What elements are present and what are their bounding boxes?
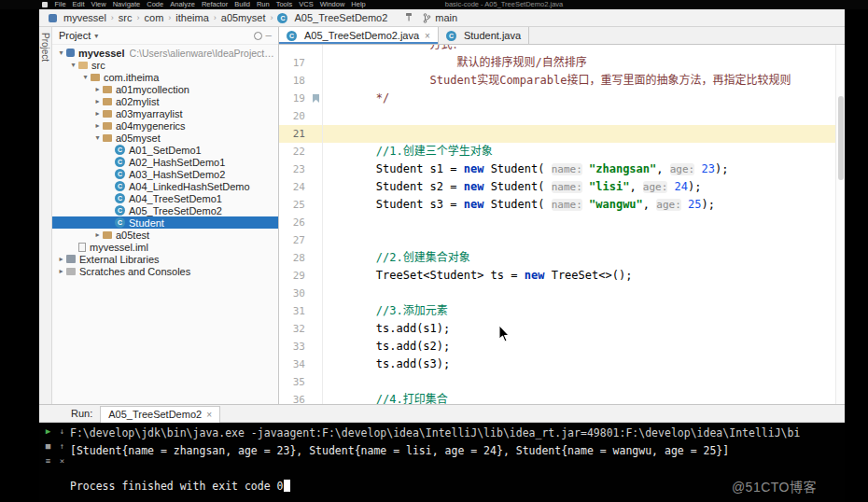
line-number-gutter[interactable] [279,45,311,54]
tree-item-a01-setdemo1[interactable]: CA01_SetDemo1 [52,144,278,156]
console-settings-icon[interactable]: ≡ [46,456,50,466]
tree-collapse-arrow-icon[interactable]: ▾ [92,133,103,142]
breadcrumb-item-a05myset[interactable]: a05myset [219,12,268,23]
tree-expand-arrow-icon[interactable]: ▸ [56,255,66,263]
scroll-down-icon[interactable]: ↓ [60,426,64,436]
line-number-gutter[interactable]: 34 [279,356,311,373]
menu-view[interactable]: View [88,0,109,9]
menu-navigate[interactable]: Navigate [109,0,144,9]
editor-line[interactable]: 30 [279,285,835,302]
line-number-gutter[interactable]: 36 [279,391,311,404]
tree-item-a05myset[interactable]: ▾a05myset [52,132,278,144]
editor-line[interactable]: 32 ts.add(s1); [279,320,835,338]
project-stripe-button[interactable]: Project [40,33,50,62]
line-number-gutter[interactable]: 24 [279,178,311,196]
editor-body[interactable]: 方式：17 默认的排序规则/自然排序18 Student实现Comparable… [279,45,845,404]
tree-collapse-arrow-icon[interactable]: ▾ [80,73,91,81]
tree-item-a05-treesetdemo2[interactable]: CA05_TreeSetDemo2 [52,204,278,216]
tree-expand-arrow-icon[interactable]: ▸ [56,267,66,275]
line-number-gutter[interactable]: 19 [279,90,311,107]
tree-item-a04-treesetdemo1[interactable]: CA04_TreeSetDemo1 [52,192,278,204]
tree-item-a02-hashsetdemo1[interactable]: CA02_HashSetDemo1 [52,156,278,168]
breadcrumb-item-src[interactable]: src [117,12,134,23]
settings-gear-icon[interactable] [254,32,262,40]
run-tab[interactable]: A05_TreeSetDemo2 × [100,406,220,423]
editor-line[interactable]: 21 [279,125,835,143]
breadcrumb-item-com[interactable]: com [143,12,166,23]
editor-line[interactable]: 方式： [279,45,835,54]
line-number-gutter[interactable]: 18 [279,72,311,90]
tree-collapse-arrow-icon[interactable]: ▾ [56,49,66,57]
editor-line[interactable]: 35 [279,373,835,391]
editor-tab-a05-treesetdemo2-java[interactable]: CA05_TreeSetDemo2.java× [279,27,439,44]
rerun-icon[interactable]: ▶ [46,426,50,436]
editor-tab-student-java[interactable]: CStudent.java [439,27,529,44]
stop-icon[interactable]: ■ [46,441,50,451]
line-number-gutter[interactable]: 17 [279,54,311,72]
tree-item-student[interactable]: CStudent [52,216,278,229]
tree-item-a05test[interactable]: ▸a05test [52,229,278,241]
tree-item-a02mylist[interactable]: ▸a02mylist [52,95,278,107]
breadcrumb-item-a05-treesetdemo2[interactable]: CA05_TreeSetDemo2 [275,12,389,23]
editor-line[interactable]: 24 Student s2 = new Student( name: "lisi… [279,178,835,196]
collapse-all-icon[interactable]: ─ [266,32,272,40]
tree-item-a01mycollection[interactable]: ▸a01mycollection [52,83,278,95]
git-branch-widget[interactable]: main [423,12,457,23]
line-number-gutter[interactable]: 21 [279,125,311,143]
close-icon[interactable]: × [425,31,430,41]
editor-line[interactable]: 25 Student s3 = new Student( name: "wang… [279,196,835,214]
tree-item-a03myarraylist[interactable]: ▸a03myarraylist [52,107,278,119]
menu-refactor[interactable]: Refactor [198,0,231,9]
clear-console-icon[interactable]: × [60,456,64,466]
line-number-gutter[interactable]: 35 [279,373,311,391]
menu-code[interactable]: Code [144,0,167,9]
line-number-gutter[interactable]: 32 [279,320,311,338]
build-hammer-icon[interactable] [404,12,413,23]
breadcrumb-item-itheima[interactable]: itheima [174,12,210,23]
editor-line[interactable]: 17 默认的排序规则/自然排序 [279,54,835,72]
line-number-gutter[interactable]: 29 [279,267,311,285]
line-number-gutter[interactable]: 31 [279,302,311,320]
tree-item-myvessel-iml[interactable]: myvessel.iml [52,241,278,253]
tree-item-com-itheima[interactable]: ▾com.itheima [52,71,278,83]
tree-expand-arrow-icon[interactable]: ▸ [92,109,103,118]
tree-expand-arrow-icon[interactable]: ▸ [92,97,103,105]
tree-expand-arrow-icon[interactable]: ▸ [92,85,103,93]
tree-item-src[interactable]: ▾src [52,59,278,71]
menu-analyze[interactable]: Analyze [167,0,199,9]
line-number-gutter[interactable]: 25 [279,196,311,214]
tree-item-a04mygenerics[interactable]: ▸a04mygenerics [52,119,278,132]
menu-run[interactable]: Run [253,0,273,9]
line-number-gutter[interactable]: 23 [279,160,311,178]
tree-expand-arrow-icon[interactable]: ▸ [92,230,103,239]
editor-line[interactable]: 29 TreeSet<Student> ts = new TreeSet<>()… [279,267,835,285]
line-number-gutter[interactable]: 30 [279,285,311,302]
line-number-gutter[interactable]: 22 [279,143,311,160]
editor-line[interactable]: 28 //2.创建集合对象 [279,249,835,267]
editor-line[interactable]: 31 //3.添加元素 [279,302,835,320]
editor-scrollbar[interactable] [835,45,845,404]
editor-line[interactable]: 22 //1.创建三个学生对象 [279,143,835,160]
menu-file[interactable]: File [51,0,69,9]
editor-line[interactable]: 27 [279,231,835,249]
editor-line[interactable]: 33 ts.add(s2); [279,338,835,356]
editor-line[interactable]: 26 [279,214,835,231]
scrollbar-thumb[interactable] [838,96,844,180]
line-number-gutter[interactable]: 27 [279,231,311,249]
app-logo-icon[interactable] [42,2,48,7]
close-icon[interactable]: × [206,410,212,420]
editor-line[interactable]: 36 //4.打印集合 [279,391,835,404]
breadcrumb-item-myvessel[interactable]: myvessel [47,12,108,23]
scroll-up-icon[interactable]: ↑ [60,441,64,451]
editor-line[interactable]: 19 */ [279,90,835,107]
line-number-gutter[interactable]: 28 [279,249,311,267]
menu-build[interactable]: Build [231,0,254,9]
editor-line[interactable]: 18 Student实现Comparable接口，重写里面的抽象方法，再指定比较… [279,72,835,90]
line-number-gutter[interactable]: 20 [279,107,311,125]
tree-collapse-arrow-icon[interactable]: ▾ [68,61,78,69]
line-number-gutter[interactable]: 26 [279,214,311,231]
editor-line[interactable]: 23 Student s1 = new Student( name: "zhan… [279,160,835,178]
tree-item-external-libraries[interactable]: ▸External Libraries [52,253,278,265]
tree-item-myvessel[interactable]: ▾myvesselC:\Users\alienware\IdeaProjects… [52,47,278,59]
tree-item-a04-linkedhashsetdemo[interactable]: CA04_LinkedHashSetDemo [52,180,278,192]
